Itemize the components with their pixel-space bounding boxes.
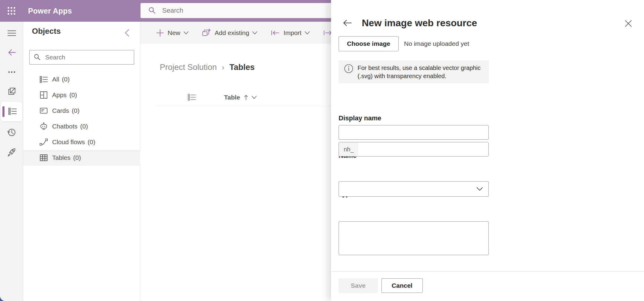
add-existing-icon — [202, 29, 211, 37]
item-label: Cloud flows — [52, 138, 85, 146]
up-arrow-icon — [244, 94, 248, 100]
chevron-down-icon — [251, 96, 257, 99]
waffle-icon[interactable] — [4, 3, 19, 19]
objects-item-cards[interactable]: Cards (0) — [23, 103, 140, 119]
save-button[interactable]: Save — [339, 278, 378, 293]
info-text: For best results, use a scalable vector … — [358, 64, 481, 83]
rocket-icon[interactable] — [0, 144, 23, 160]
table-list-header: Table — [156, 89, 347, 106]
chatbot-icon — [39, 122, 48, 130]
plus-icon — [156, 29, 164, 37]
breadcrumb: Project Solution › Tables — [160, 63, 255, 72]
power-apps-window: Power Apps — [0, 0, 644, 301]
type-dropdown[interactable] — [339, 181, 489, 197]
panel-title: New image web resource — [362, 17, 477, 29]
cancel-button[interactable]: Cancel — [381, 278, 423, 293]
objects-item-all[interactable]: All (0) — [23, 71, 140, 87]
apps-grid-icon — [39, 91, 48, 99]
name-input[interactable] — [358, 142, 488, 156]
choose-image-button[interactable]: Choose image — [339, 36, 399, 51]
card-icon — [39, 107, 48, 115]
rail-selected-tile[interactable] — [1, 102, 22, 121]
breadcrumb-separator: › — [222, 63, 224, 72]
search-icon — [148, 7, 156, 14]
import-button-label: Import — [283, 29, 301, 36]
chevron-down-icon — [252, 31, 257, 35]
chevron-down-icon — [476, 187, 483, 191]
history-icon[interactable] — [0, 125, 23, 140]
add-existing-button[interactable]: Add existing — [202, 29, 257, 37]
new-image-web-resource-panel: New image web resource Upload an image* … — [331, 0, 644, 301]
add-existing-button-label: Add existing — [215, 29, 249, 36]
objects-search[interactable] — [29, 50, 134, 65]
objects-panel-title: Objects — [32, 27, 61, 36]
nav-rail — [0, 22, 23, 301]
breadcrumb-parent[interactable]: Project Solution — [160, 63, 217, 72]
objects-list: All (0) Apps (0) Cards (0) — [23, 71, 140, 166]
new-button-label: New — [168, 29, 180, 36]
global-search-input[interactable] — [162, 7, 283, 14]
display-name-label: Display name — [339, 114, 381, 122]
table-column-label: Table — [224, 94, 240, 101]
detail-list-icon — [188, 93, 196, 101]
hamburger-icon[interactable] — [0, 25, 23, 41]
detail-list-icon — [8, 107, 17, 115]
chevron-down-icon — [305, 31, 310, 35]
waffle-icon — [7, 6, 16, 15]
pages-icon[interactable] — [0, 84, 23, 99]
objects-item-apps[interactable]: Apps (0) — [23, 87, 140, 103]
back-arrow-icon[interactable] — [341, 17, 353, 29]
selected-indicator — [2, 106, 5, 117]
chevron-left-icon[interactable] — [121, 28, 133, 38]
item-label: Chatbots — [52, 123, 77, 130]
item-label: Tables — [52, 154, 71, 161]
panel-footer: Save Cancel — [331, 271, 644, 301]
new-button[interactable]: New — [156, 29, 189, 37]
ellipsis-icon[interactable] — [0, 66, 23, 78]
info-icon — [344, 64, 353, 73]
cloud-flow-icon — [39, 138, 48, 146]
item-count: (0) — [88, 138, 96, 146]
objects-panel: Objects All (0) Apps — [23, 22, 140, 301]
item-count: (0) — [62, 76, 70, 83]
info-message: For best results, use a scalable vector … — [339, 60, 489, 83]
upload-status-text: No image uploaded yet — [404, 36, 469, 51]
import-icon — [271, 30, 280, 36]
close-icon[interactable] — [622, 17, 634, 30]
name-prefix: nh_ — [339, 142, 358, 156]
breadcrumb-current: Tables — [229, 63, 255, 72]
detail-list-icon — [39, 76, 48, 83]
app-title: Power Apps — [28, 0, 72, 22]
search-icon — [34, 54, 41, 61]
objects-search-input[interactable] — [45, 54, 124, 61]
chevron-down-icon — [183, 31, 189, 35]
table-icon — [39, 154, 48, 161]
display-name-input[interactable] — [339, 125, 489, 140]
item-label: All — [52, 76, 59, 83]
description-textarea[interactable] — [339, 221, 489, 255]
item-count: (0) — [72, 107, 80, 114]
objects-item-tables[interactable]: Tables (0) — [23, 150, 140, 166]
item-label: Cards — [52, 107, 69, 114]
objects-item-cloud-flows[interactable]: Cloud flows (0) — [23, 134, 140, 150]
global-search[interactable] — [140, 3, 336, 18]
back-arrow-icon[interactable] — [0, 45, 23, 60]
item-count: (0) — [73, 154, 81, 161]
item-count: (0) — [69, 91, 77, 99]
table-column-header[interactable]: Table — [224, 94, 257, 101]
item-label: Apps — [52, 91, 67, 99]
import-button[interactable]: Import — [271, 29, 310, 36]
objects-item-chatbots[interactable]: Chatbots (0) — [23, 119, 140, 134]
name-field: nh_ — [339, 142, 489, 157]
item-count: (0) — [80, 123, 88, 130]
